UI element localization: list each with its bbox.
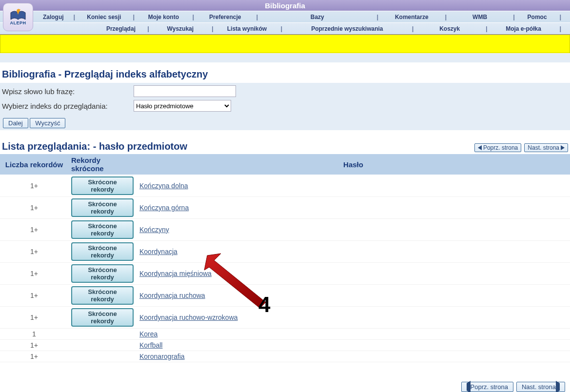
table-row: 1+Skrócone rekordyKończyna dolna <box>0 175 570 197</box>
light-spacer <box>0 53 570 63</box>
index-select[interactable]: Hasło przedmiotowe <box>134 100 231 112</box>
cell-count: 1+ <box>0 241 68 263</box>
next-label: Nast. strona <box>522 383 556 391</box>
menu-item[interactable]: Poprzednie wyszukiwania <box>287 25 407 32</box>
subject-link[interactable]: Korea <box>139 330 157 338</box>
cell-subject: Koronarografia <box>137 351 570 362</box>
menu-separator: | <box>372 13 384 20</box>
phrase-input[interactable] <box>134 85 236 97</box>
col-short: Rekordy skrócone <box>68 154 137 175</box>
menu-item[interactable]: Lista wyników <box>218 25 276 32</box>
short-records-button[interactable]: Skrócone rekordy <box>71 220 134 239</box>
section-title: Bibliografia - Przeglądaj indeks alfabet… <box>0 63 570 83</box>
cell-subject: Kończyna górna <box>137 197 570 219</box>
menu-item[interactable]: Preferencje <box>199 14 251 20</box>
menu-separator: | <box>69 13 80 20</box>
cell-short <box>68 329 137 340</box>
cell-count: 1+ <box>0 219 68 241</box>
prev-label: Poprz. strona <box>471 383 508 391</box>
cell-short: Skrócone rekordy <box>68 285 137 307</box>
next-page-button-bottom[interactable]: Nast. strona <box>516 382 565 392</box>
menu-separator: | <box>128 13 140 20</box>
cell-short: Skrócone rekordy <box>68 307 137 329</box>
subject-link[interactable]: Kończyny <box>139 226 169 234</box>
menu-item[interactable]: Moje konto <box>139 14 187 20</box>
subject-link[interactable]: Koordynacja mięśniowa <box>139 270 212 277</box>
subject-link[interactable]: Korfball <box>139 341 162 349</box>
table-row: 1+Skrócone rekordyKoordynacja ruchowo-wz… <box>0 307 570 329</box>
cell-subject: Korea <box>137 329 570 340</box>
menu-item[interactable]: Koniec sesji <box>80 14 128 20</box>
menu-item[interactable]: Zaloguj <box>38 14 69 20</box>
menu-item[interactable]: Moja e-półka <box>492 25 555 32</box>
subject-link[interactable]: Kończyna górna <box>139 204 189 212</box>
menu-separator: | <box>481 25 492 32</box>
table-row: 1+Skrócone rekordyKończyny <box>0 219 570 241</box>
cell-short <box>68 340 137 351</box>
menu-item[interactable]: Wyszukaj <box>154 25 207 32</box>
prev-page-button[interactable]: Poprz. strona <box>474 143 521 152</box>
yellow-banner <box>0 35 570 53</box>
cell-subject: Koordynacja <box>137 241 570 263</box>
short-records-button[interactable]: Skrócone rekordy <box>71 198 134 217</box>
prev-page-button-bottom[interactable]: Poprz. strona <box>461 382 513 392</box>
cell-subject: Kończyny <box>137 219 570 241</box>
next-button[interactable]: Dalej <box>3 118 28 128</box>
menu-separator: | <box>142 25 154 32</box>
menu-separator: | <box>207 25 218 32</box>
short-records-button[interactable]: Skrócone rekordy <box>71 264 134 283</box>
subject-link[interactable]: Koronarografia <box>139 353 185 360</box>
cell-count: 1+ <box>0 197 68 219</box>
pager-top: Poprz. strona Nast. strona <box>474 143 568 152</box>
menu-separator: | <box>554 25 566 32</box>
menu-item[interactable]: WMB <box>452 14 508 20</box>
table-row: 1+Skrócone rekordyKończyna górna <box>0 197 570 219</box>
pager-bottom: Poprz. strona Nast. strona <box>0 362 570 392</box>
menu-item[interactable]: Bazy <box>263 14 372 20</box>
cell-short: Skrócone rekordy <box>68 241 137 263</box>
menu-separator: | <box>407 25 419 32</box>
subject-link[interactable]: Koordynacja ruchowa <box>139 292 205 299</box>
prev-label: Poprz. strona <box>483 144 518 151</box>
menu-item[interactable]: Koszyk <box>418 25 481 32</box>
subject-link[interactable]: Kończyna dolna <box>139 182 188 190</box>
cell-subject: Koordynacja ruchowo-wzrokowa <box>137 307 570 329</box>
short-records-button[interactable]: Skrócone rekordy <box>71 286 134 305</box>
subject-link[interactable]: Koordynacja ruchowo-wzrokowa <box>139 314 238 321</box>
browse-title: Lista przeglądania: - hasło przedmiotow <box>2 141 187 152</box>
menu-separator: | <box>554 13 566 20</box>
cell-count: 1+ <box>0 285 68 307</box>
form-buttons: Dalej Wyczyść <box>0 116 570 130</box>
menu-item[interactable]: Pomoc <box>520 14 555 20</box>
cell-count: 1+ <box>0 263 68 285</box>
menu-item[interactable]: Przeglądaj <box>99 25 142 32</box>
short-records-button[interactable]: Skrócone rekordy <box>71 176 134 195</box>
menu-separator: | <box>251 13 263 20</box>
chevron-left-icon <box>478 145 482 150</box>
menu-separator: | <box>275 25 287 32</box>
cell-subject: Koordynacja ruchowa <box>137 285 570 307</box>
menu-separator: | <box>188 13 199 20</box>
subject-link[interactable]: Koordynacja <box>139 248 177 255</box>
clear-button[interactable]: Wyczyść <box>30 118 65 128</box>
short-records-button[interactable]: Skrócone rekordy <box>71 308 134 327</box>
menu-separator: | <box>508 13 520 20</box>
next-page-button[interactable]: Nast. strona <box>524 143 568 152</box>
cell-count: 1+ <box>0 340 68 351</box>
menu-item[interactable]: Komentarze <box>383 14 440 20</box>
cell-subject: Korfball <box>137 340 570 351</box>
label-phrase: Wpisz słowo lub frazę: <box>2 87 134 96</box>
short-records-button[interactable]: Skrócone rekordy <box>71 242 134 261</box>
cell-short <box>68 351 137 362</box>
browse-table: Liczba rekordów Rekordy skrócone Hasło 1… <box>0 154 570 362</box>
table-row: 1+Skrócone rekordyKoordynacja <box>0 241 570 263</box>
cell-subject: Koordynacja mięśniowa <box>137 263 570 285</box>
cell-short: Skrócone rekordy <box>68 219 137 241</box>
table-row: 1+Skrócone rekordyKoordynacja mięśniowa <box>0 263 570 285</box>
table-row: 1Korea <box>0 329 570 340</box>
cell-count: 1+ <box>0 175 68 197</box>
book-icon <box>10 9 26 21</box>
label-index: Wybierz indeks do przeglądania: <box>2 102 134 110</box>
logo: ALEPH <box>3 3 33 31</box>
app-title: Bibliografia <box>0 0 570 11</box>
